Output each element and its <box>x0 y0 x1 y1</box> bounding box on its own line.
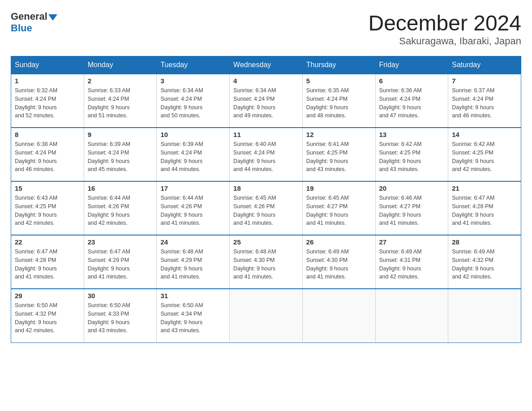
calendar-cell: 10Sunrise: 6:39 AMSunset: 4:24 PMDayligh… <box>157 128 230 181</box>
calendar-week-row: 1Sunrise: 6:32 AMSunset: 4:24 PMDaylight… <box>11 74 521 128</box>
calendar-cell <box>230 289 303 342</box>
day-info: Sunrise: 6:32 AMSunset: 4:24 PMDaylight:… <box>15 86 80 120</box>
day-info: Sunrise: 6:49 AMSunset: 4:30 PMDaylight:… <box>306 248 372 281</box>
calendar-cell: 31Sunrise: 6:50 AMSunset: 4:34 PMDayligh… <box>157 289 230 342</box>
calendar-cell <box>448 289 521 342</box>
calendar-cell: 23Sunrise: 6:47 AMSunset: 4:29 PMDayligh… <box>84 235 157 289</box>
day-number: 30 <box>88 292 153 300</box>
day-number: 10 <box>160 131 226 138</box>
logo-blue-text: Blue <box>11 22 32 34</box>
day-info: Sunrise: 6:49 AMSunset: 4:31 PMDaylight:… <box>379 248 445 281</box>
day-info: Sunrise: 6:36 AMSunset: 4:24 PMDaylight:… <box>379 86 445 120</box>
calendar-cell: 16Sunrise: 6:44 AMSunset: 4:26 PMDayligh… <box>84 181 157 235</box>
calendar-header-row: SundayMondayTuesdayWednesdayThursdayFrid… <box>11 56 521 74</box>
day-info: Sunrise: 6:48 AMSunset: 4:30 PMDaylight:… <box>233 248 299 281</box>
day-info: Sunrise: 6:47 AMSunset: 4:29 PMDaylight:… <box>88 248 153 281</box>
day-info: Sunrise: 6:43 AMSunset: 4:25 PMDaylight:… <box>15 194 80 227</box>
calendar-cell: 30Sunrise: 6:50 AMSunset: 4:33 PMDayligh… <box>84 289 157 342</box>
calendar-cell <box>302 289 375 342</box>
page-header: General Blue December 2024 Sakuragawa, I… <box>11 11 521 47</box>
day-number: 9 <box>88 131 153 138</box>
day-number: 11 <box>233 131 299 138</box>
header-wednesday: Wednesday <box>230 56 303 74</box>
calendar-cell: 21Sunrise: 6:47 AMSunset: 4:28 PMDayligh… <box>448 181 521 235</box>
day-number: 26 <box>306 238 372 246</box>
day-number: 23 <box>88 238 153 246</box>
calendar-cell: 3Sunrise: 6:34 AMSunset: 4:24 PMDaylight… <box>157 74 230 128</box>
calendar-cell: 17Sunrise: 6:44 AMSunset: 4:26 PMDayligh… <box>157 181 230 235</box>
day-info: Sunrise: 6:42 AMSunset: 4:25 PMDaylight:… <box>379 140 445 174</box>
day-number: 5 <box>306 77 372 85</box>
day-info: Sunrise: 6:50 AMSunset: 4:34 PMDaylight:… <box>160 301 226 335</box>
day-info: Sunrise: 6:42 AMSunset: 4:25 PMDaylight:… <box>452 140 517 174</box>
calendar-cell: 4Sunrise: 6:34 AMSunset: 4:24 PMDaylight… <box>230 74 303 128</box>
calendar-cell: 15Sunrise: 6:43 AMSunset: 4:25 PMDayligh… <box>11 181 84 235</box>
day-info: Sunrise: 6:47 AMSunset: 4:28 PMDaylight:… <box>452 194 517 227</box>
calendar-cell: 22Sunrise: 6:47 AMSunset: 4:28 PMDayligh… <box>11 235 84 289</box>
day-number: 25 <box>233 238 299 246</box>
day-number: 16 <box>88 184 153 192</box>
calendar-cell: 7Sunrise: 6:37 AMSunset: 4:24 PMDaylight… <box>448 74 521 128</box>
month-title: December 2024 <box>368 11 521 35</box>
day-info: Sunrise: 6:50 AMSunset: 4:33 PMDaylight:… <box>88 301 153 335</box>
day-info: Sunrise: 6:47 AMSunset: 4:28 PMDaylight:… <box>15 248 80 281</box>
header-tuesday: Tuesday <box>157 56 230 74</box>
day-info: Sunrise: 6:35 AMSunset: 4:24 PMDaylight:… <box>306 86 372 120</box>
day-number: 31 <box>160 292 226 300</box>
calendar-cell: 28Sunrise: 6:49 AMSunset: 4:32 PMDayligh… <box>448 235 521 289</box>
calendar-week-row: 29Sunrise: 6:50 AMSunset: 4:32 PMDayligh… <box>11 289 521 342</box>
calendar-cell: 14Sunrise: 6:42 AMSunset: 4:25 PMDayligh… <box>448 128 521 181</box>
calendar-cell: 19Sunrise: 6:45 AMSunset: 4:27 PMDayligh… <box>302 181 375 235</box>
day-number: 28 <box>452 238 517 246</box>
day-number: 6 <box>379 77 445 85</box>
calendar-cell: 8Sunrise: 6:38 AMSunset: 4:24 PMDaylight… <box>11 128 84 181</box>
day-number: 29 <box>15 292 80 300</box>
header-saturday: Saturday <box>448 56 521 74</box>
day-info: Sunrise: 6:45 AMSunset: 4:26 PMDaylight:… <box>233 194 299 227</box>
calendar-cell: 11Sunrise: 6:40 AMSunset: 4:24 PMDayligh… <box>230 128 303 181</box>
day-number: 19 <box>306 184 372 192</box>
calendar-cell: 18Sunrise: 6:45 AMSunset: 4:26 PMDayligh… <box>230 181 303 235</box>
day-number: 22 <box>15 238 80 246</box>
day-info: Sunrise: 6:37 AMSunset: 4:24 PMDaylight:… <box>452 86 517 120</box>
day-number: 12 <box>306 131 372 138</box>
calendar-cell: 25Sunrise: 6:48 AMSunset: 4:30 PMDayligh… <box>230 235 303 289</box>
day-info: Sunrise: 6:46 AMSunset: 4:27 PMDaylight:… <box>379 194 445 227</box>
calendar-cell: 12Sunrise: 6:41 AMSunset: 4:25 PMDayligh… <box>302 128 375 181</box>
calendar-cell: 6Sunrise: 6:36 AMSunset: 4:24 PMDaylight… <box>375 74 448 128</box>
day-info: Sunrise: 6:41 AMSunset: 4:25 PMDaylight:… <box>306 140 372 174</box>
day-info: Sunrise: 6:44 AMSunset: 4:26 PMDaylight:… <box>88 194 153 227</box>
day-info: Sunrise: 6:40 AMSunset: 4:24 PMDaylight:… <box>233 140 299 174</box>
location-subtitle: Sakuragawa, Ibaraki, Japan <box>368 35 521 47</box>
day-info: Sunrise: 6:38 AMSunset: 4:24 PMDaylight:… <box>15 140 80 174</box>
day-number: 7 <box>452 77 517 85</box>
calendar-week-row: 22Sunrise: 6:47 AMSunset: 4:28 PMDayligh… <box>11 235 521 289</box>
day-info: Sunrise: 6:33 AMSunset: 4:24 PMDaylight:… <box>88 86 153 120</box>
calendar-week-row: 8Sunrise: 6:38 AMSunset: 4:24 PMDaylight… <box>11 128 521 181</box>
header-sunday: Sunday <box>11 56 84 74</box>
day-number: 1 <box>15 77 80 85</box>
title-section: December 2024 Sakuragawa, Ibaraki, Japan <box>368 11 521 47</box>
calendar-cell <box>375 289 448 342</box>
header-friday: Friday <box>375 56 448 74</box>
day-number: 13 <box>379 131 445 138</box>
day-number: 2 <box>88 77 153 85</box>
calendar-cell: 5Sunrise: 6:35 AMSunset: 4:24 PMDaylight… <box>302 74 375 128</box>
day-number: 15 <box>15 184 80 192</box>
day-info: Sunrise: 6:49 AMSunset: 4:32 PMDaylight:… <box>452 248 517 281</box>
day-number: 8 <box>15 131 80 138</box>
logo-arrow-icon <box>48 14 57 21</box>
day-number: 4 <box>233 77 299 85</box>
calendar-cell: 29Sunrise: 6:50 AMSunset: 4:32 PMDayligh… <box>11 289 84 342</box>
day-info: Sunrise: 6:45 AMSunset: 4:27 PMDaylight:… <box>306 194 372 227</box>
day-number: 14 <box>452 131 517 138</box>
logo: General Blue <box>11 11 57 34</box>
day-number: 24 <box>160 238 226 246</box>
day-info: Sunrise: 6:44 AMSunset: 4:26 PMDaylight:… <box>160 194 226 227</box>
calendar-cell: 1Sunrise: 6:32 AMSunset: 4:24 PMDaylight… <box>11 74 84 128</box>
day-info: Sunrise: 6:39 AMSunset: 4:24 PMDaylight:… <box>88 140 153 174</box>
day-number: 20 <box>379 184 445 192</box>
calendar-cell: 27Sunrise: 6:49 AMSunset: 4:31 PMDayligh… <box>375 235 448 289</box>
day-number: 18 <box>233 184 299 192</box>
calendar-week-row: 15Sunrise: 6:43 AMSunset: 4:25 PMDayligh… <box>11 181 521 235</box>
